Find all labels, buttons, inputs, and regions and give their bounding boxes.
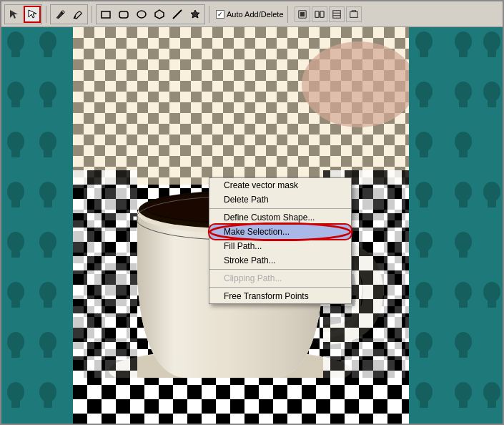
left-panel — [1, 27, 73, 424]
svg-rect-11 — [320, 11, 323, 17]
svg-rect-13 — [332, 10, 340, 18]
menu-separator-2 — [209, 269, 351, 270]
line-tool[interactable] — [169, 6, 186, 23]
rounded-rect-tool[interactable] — [115, 6, 132, 23]
auto-add-delete-option[interactable]: Auto Add/Delete — [216, 10, 284, 19]
menu-item-make-selection[interactable]: Make Selection... — [209, 225, 351, 239]
pen-tools-group — [50, 4, 88, 24]
svg-line-7 — [173, 10, 182, 19]
toolbar: Auto Add/Delete — [1, 1, 503, 27]
rectangle-tool[interactable] — [97, 6, 114, 23]
svg-point-5 — [137, 11, 146, 18]
svg-marker-0 — [10, 10, 18, 19]
separator1 — [46, 6, 46, 23]
separator3 — [209, 6, 209, 23]
svg-rect-10 — [315, 11, 318, 17]
svg-rect-3 — [102, 11, 110, 18]
path-selection-tool[interactable] — [6, 6, 23, 23]
svg-rect-16 — [350, 11, 357, 17]
layer-comps-btn[interactable] — [329, 6, 345, 22]
app-window: Auto Add/Delete — [0, 0, 504, 425]
selection-tools-group — [4, 4, 42, 24]
toolbar-right-icons — [295, 6, 362, 22]
direct-selection-tool[interactable] — [24, 6, 41, 23]
auto-add-delete-label: Auto Add/Delete — [227, 10, 284, 19]
menu-separator-3 — [209, 287, 351, 288]
svg-rect-4 — [119, 11, 128, 18]
canvas-area: Create vector mask Delete Path Define Cu… — [1, 27, 503, 424]
pen-tool[interactable] — [51, 6, 69, 23]
right-panel — [406, 27, 503, 424]
link-layers-btn[interactable] — [312, 6, 327, 22]
polygon-tool[interactable] — [151, 6, 168, 23]
auto-add-delete-checkbox[interactable] — [216, 10, 224, 19]
menu-item-delete-path[interactable]: Delete Path — [209, 192, 351, 207]
context-menu: Create vector mask Delete Path Define Cu… — [209, 177, 352, 304]
left-keyhole-pattern — [1, 27, 73, 424]
menu-item-create-vector-mask[interactable]: Create vector mask — [209, 178, 351, 192]
svg-rect-109 — [133, 216, 137, 220]
menu-separator-1 — [209, 208, 351, 209]
ellipse-tool[interactable] — [133, 6, 150, 23]
menu-item-free-transform-points[interactable]: Free Transform Points — [209, 289, 351, 303]
menu-item-clipping-path: Clipping Path... — [209, 271, 351, 285]
selection-oval-overlay — [207, 223, 353, 241]
custom-shape-tool[interactable] — [187, 6, 204, 23]
svg-rect-9 — [300, 12, 304, 16]
svg-marker-1 — [29, 10, 36, 18]
add-layer-mask-btn[interactable] — [295, 6, 310, 22]
shape-tools-group — [96, 4, 205, 24]
separator2 — [92, 6, 92, 23]
svg-marker-6 — [155, 10, 164, 19]
freeform-pen-tool[interactable] — [69, 6, 87, 23]
menu-item-stroke-path[interactable]: Stroke Path... — [209, 253, 351, 268]
menu-item-fill-path[interactable]: Fill Path... — [209, 239, 351, 253]
separator4 — [287, 6, 288, 23]
svg-point-113 — [210, 223, 350, 240]
main-canvas: Create vector mask Delete Path Define Cu… — [73, 27, 409, 424]
extra-btn[interactable] — [346, 6, 362, 22]
right-keyhole-pattern — [406, 27, 503, 424]
